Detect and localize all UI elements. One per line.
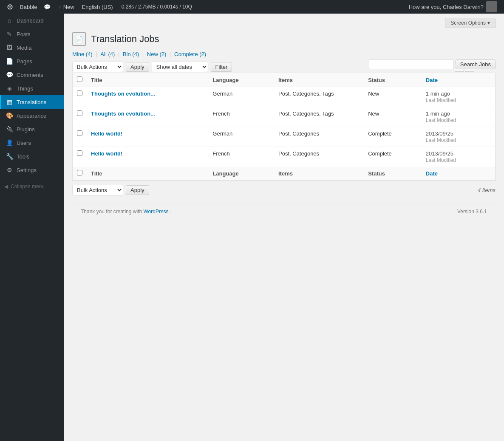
- col-header-date[interactable]: Date: [422, 73, 496, 87]
- table-row: Hello world! French Post, Categories Com…: [73, 147, 496, 167]
- sidebar-item-users[interactable]: 👤 Users: [0, 136, 64, 150]
- filter-sep-4: |: [170, 51, 173, 57]
- row-title-cell-2: Hello world!: [87, 127, 208, 147]
- row-status-cell-0: New: [364, 87, 422, 107]
- babble-label: Babble: [20, 4, 37, 10]
- bottom-toolbar: Bulk Actions Apply 4 items: [72, 185, 496, 195]
- footer-col-status: Status: [364, 167, 422, 181]
- table-row: Thoughts on evolution... French Post, Ca…: [73, 107, 496, 127]
- col-header-title: Title: [87, 73, 208, 87]
- admin-bar-right: How are you, Charles Darwin?: [405, 1, 501, 12]
- row-title-link-3[interactable]: Hello world!: [91, 150, 122, 157]
- plugins-icon: 🔌: [6, 126, 13, 133]
- table-row: Thoughts on evolution... German Post, Ca…: [73, 87, 496, 107]
- row-items-cell-3: Post, Categories: [274, 147, 364, 167]
- users-icon: 👤: [6, 139, 13, 146]
- row-items-cell-0: Post, Categories, Tags: [274, 87, 364, 107]
- comments-icon: 💬: [6, 71, 13, 78]
- sidebar-item-label: Comments: [17, 72, 43, 78]
- sidebar-item-label: Plugins: [17, 126, 35, 133]
- sidebar-item-settings[interactable]: ⚙ Settings: [0, 163, 64, 177]
- filter-new[interactable]: New (2): [147, 51, 168, 57]
- wp-logo-button[interactable]: ⊕: [3, 0, 17, 14]
- wordpress-link[interactable]: WordPress: [143, 209, 170, 215]
- sidebar-item-posts[interactable]: ✎ Posts: [0, 27, 64, 41]
- appearance-icon: 🎨: [6, 112, 13, 119]
- row-language-cell-0: German: [208, 87, 274, 107]
- apply-button-bottom[interactable]: Apply: [126, 185, 149, 195]
- sidebar-item-tools[interactable]: 🔧 Tools: [0, 150, 64, 163]
- sidebar-item-pages[interactable]: 📄 Pages: [0, 54, 64, 68]
- language-selector[interactable]: English (US): [79, 0, 116, 14]
- filter-complete[interactable]: Complete (2): [174, 51, 206, 57]
- filter-all[interactable]: All (4): [100, 51, 116, 57]
- babble-menu[interactable]: Babble: [17, 0, 40, 14]
- row-checkbox-0[interactable]: [77, 90, 82, 96]
- row-items-cell-2: Post, Categories: [274, 127, 364, 147]
- sidebar-item-label: Pages: [17, 58, 32, 65]
- sidebar-item-plugins[interactable]: 🔌 Plugins: [0, 122, 64, 136]
- row-date-main-2: 2013/09/25: [426, 130, 453, 137]
- filter-bin[interactable]: Bin (4): [123, 51, 141, 57]
- footer-thank-you: Thank you for creating with WordPress .: [81, 209, 171, 215]
- translations-icon: ▦: [6, 99, 13, 105]
- bottom-bulk-actions-select[interactable]: Bulk Actions: [72, 185, 123, 195]
- filter-sep-2: |: [118, 51, 121, 57]
- row-checkbox-3[interactable]: [77, 150, 82, 156]
- row-title-link-1[interactable]: Thoughts on evolution...: [91, 110, 155, 117]
- row-checkbox-2[interactable]: [77, 130, 82, 136]
- bottom-toolbar-right: 4 items: [478, 187, 496, 193]
- row-checkbox-cell-2: [73, 127, 87, 147]
- bulk-actions-select[interactable]: Bulk Actions: [72, 62, 123, 72]
- new-label: + New: [58, 4, 74, 10]
- table-row: Hello world! German Post, Categories Com…: [73, 127, 496, 147]
- sidebar-item-label: Translations: [17, 99, 46, 105]
- sidebar-item-translations[interactable]: ▦ Translations: [0, 95, 64, 109]
- footer-select-all-checkbox[interactable]: [77, 170, 82, 175]
- comments-button[interactable]: 💬: [40, 0, 54, 14]
- screen-options-arrow-icon: ▾: [487, 20, 490, 26]
- row-title-link-2[interactable]: Hello world!: [91, 130, 122, 137]
- filter-button[interactable]: Filter: [211, 62, 232, 72]
- sidebar: ⌂ Dashboard ✎ Posts 🖼 Media 📄 Pages 💬 Co…: [0, 14, 64, 441]
- collapse-arrow-icon: ◀: [4, 184, 8, 189]
- avatar: [486, 1, 497, 12]
- language-label: English (US): [82, 4, 113, 10]
- search-jobs-button[interactable]: Search Jobs: [456, 59, 496, 69]
- user-menu[interactable]: How are you, Charles Darwin?: [405, 1, 501, 12]
- pages-icon: 📄: [6, 58, 13, 65]
- filter-mine[interactable]: Mine (4): [72, 51, 94, 57]
- row-language-cell-3: French: [208, 147, 274, 167]
- sidebar-item-things[interactable]: ◈ Things: [0, 82, 64, 95]
- select-all-checkbox[interactable]: [77, 76, 82, 82]
- sidebar-item-label: Dashboard: [17, 17, 44, 24]
- row-date-cell-2: 2013/09/25 Last Modified: [422, 127, 496, 147]
- search-input[interactable]: [369, 59, 454, 69]
- comment-icon: 💬: [44, 4, 51, 10]
- footer-col-language: Language: [208, 167, 274, 181]
- row-date-cell-1: 1 min ago Last Modified: [422, 107, 496, 127]
- sidebar-item-appearance[interactable]: 🎨 Appearance: [0, 109, 64, 122]
- filter-sep-1: |: [96, 51, 99, 57]
- row-date-main-0: 1 min ago: [426, 90, 450, 97]
- sidebar-item-label: Settings: [17, 167, 37, 173]
- sidebar-item-dashboard[interactable]: ⌂ Dashboard: [0, 14, 64, 27]
- col-header-language: Language: [208, 73, 274, 87]
- row-title-cell-1: Thoughts on evolution...: [87, 107, 208, 127]
- apply-button-top[interactable]: Apply: [126, 62, 149, 72]
- dashboard-icon: ⌂: [6, 17, 13, 24]
- page-icon-glyph: 📄: [75, 35, 83, 43]
- screen-options-button[interactable]: Screen Options ▾: [445, 18, 496, 28]
- jobs-table: Title Language Items Status Date: [72, 73, 496, 181]
- filter-sep-3: |: [142, 51, 145, 57]
- row-checkbox-1[interactable]: [77, 110, 82, 116]
- date-filter-select[interactable]: Show all dates: [152, 62, 208, 72]
- search-bar: Search Jobs: [369, 59, 496, 69]
- row-checkbox-cell-1: [73, 107, 87, 127]
- sidebar-item-media[interactable]: 🖼 Media: [0, 41, 64, 54]
- row-date-cell-3: 2013/09/25 Last Modified: [422, 147, 496, 167]
- collapse-menu-button[interactable]: ◀ Collapse menu: [0, 180, 64, 193]
- sidebar-item-comments[interactable]: 💬 Comments: [0, 68, 64, 82]
- row-title-link-0[interactable]: Thoughts on evolution...: [91, 90, 155, 97]
- new-button[interactable]: + New: [54, 0, 78, 14]
